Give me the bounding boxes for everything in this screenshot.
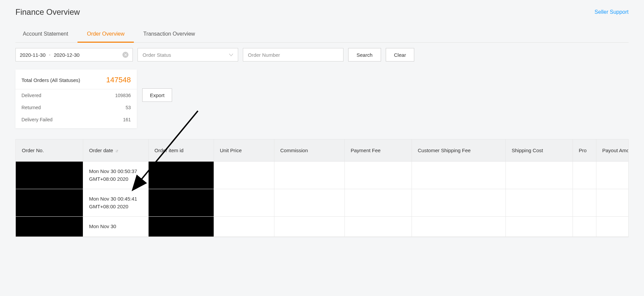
cell-payment-fee — [344, 217, 412, 237]
tabs: Account Statement Order Overview Transac… — [15, 26, 629, 43]
order-status-placeholder: Order Status — [143, 52, 171, 58]
stat-delivered-value: 109836 — [115, 93, 131, 98]
cell-payout-amount — [596, 217, 629, 237]
cell-commission — [274, 189, 344, 217]
date-dash: - — [49, 52, 51, 57]
tab-order-overview[interactable]: Order Overview — [77, 26, 134, 43]
cell-customer-shipping-fee — [412, 217, 505, 237]
cell-customer-shipping-fee — [412, 162, 505, 189]
cell-payout-amount — [596, 162, 629, 189]
th-promo[interactable]: Pro — [573, 139, 596, 162]
cell-shipping-cost — [505, 189, 573, 217]
cell-unit-price — [214, 189, 274, 217]
th-shipping-cost[interactable]: Shipping Cost — [505, 139, 573, 162]
clear-button[interactable]: Clear — [386, 48, 415, 61]
total-orders-value: 147548 — [106, 76, 131, 84]
cell-order-date: Mon Nov 30 — [83, 217, 148, 237]
page-title: Finance Overview — [15, 7, 80, 17]
th-customer-shipping-fee[interactable]: Customer Shipping Fee — [412, 139, 505, 162]
tab-transaction-overview[interactable]: Transaction Overview — [134, 26, 204, 43]
clear-date-icon[interactable]: ✕ — [122, 52, 128, 58]
cell-order-no-redacted — [16, 162, 83, 189]
date-from: 2020-11-30 — [20, 52, 46, 58]
stat-delivery-failed-value: 161 — [123, 117, 131, 122]
sort-icon: ↓↑ — [115, 149, 118, 153]
order-status-select[interactable]: Order Status — [138, 48, 238, 61]
cell-order-item-id-redacted — [148, 162, 214, 189]
table-row: Mon Nov 30 00:50:37 GMT+08:00 2020 — [16, 162, 629, 189]
th-order-date-label: Order date — [89, 147, 113, 153]
export-button[interactable]: Export — [142, 88, 172, 102]
th-payout-amount[interactable]: Payout Amount — [596, 139, 629, 162]
cell-payment-fee — [344, 189, 412, 217]
cell-promo — [573, 217, 596, 237]
stat-delivered-label: Delivered — [21, 93, 41, 98]
cell-order-date: Mon Nov 30 00:45:41 GMT+08:00 2020 — [83, 189, 148, 217]
cell-commission — [274, 162, 344, 189]
table-row: Mon Nov 30 00:45:41 GMT+08:00 2020 — [16, 189, 629, 217]
total-orders-label: Total Orders (All Statuses) — [21, 77, 80, 83]
cell-order-item-id-redacted — [148, 217, 214, 237]
cell-payment-fee — [344, 162, 412, 189]
cell-customer-shipping-fee — [412, 189, 505, 217]
cell-unit-price — [214, 162, 274, 189]
cell-order-no-redacted — [16, 217, 83, 237]
order-number-input[interactable] — [243, 48, 343, 61]
th-commission[interactable]: Commission — [274, 139, 344, 162]
date-to: 2020-12-30 — [54, 52, 79, 58]
th-order-no[interactable]: Order No. — [16, 139, 83, 162]
date-range-picker[interactable]: 2020-11-30 - 2020-12-30 ✕ — [15, 48, 133, 61]
cell-order-item-id-redacted — [148, 189, 214, 217]
cell-order-date: Mon Nov 30 00:50:37 GMT+08:00 2020 — [83, 162, 148, 189]
table-row: Mon Nov 30 — [16, 217, 629, 237]
cell-shipping-cost — [505, 162, 573, 189]
cell-unit-price — [214, 217, 274, 237]
stat-delivery-failed-label: Delivery Failed — [21, 117, 53, 122]
stat-returned-label: Returned — [21, 105, 41, 110]
cell-commission — [274, 217, 344, 237]
cell-promo — [573, 189, 596, 217]
th-payment-fee[interactable]: Payment Fee — [344, 139, 412, 162]
stats-card: Total Orders (All Statuses) 147548 Deliv… — [15, 70, 137, 128]
th-order-item-id[interactable]: Order item id — [148, 139, 214, 162]
th-order-date[interactable]: Order date ↓↑ — [83, 139, 148, 162]
seller-support-link[interactable]: Seller Support — [595, 9, 629, 15]
cell-shipping-cost — [505, 217, 573, 237]
stat-returned-value: 53 — [125, 105, 131, 110]
chevron-down-icon — [229, 54, 233, 56]
tab-account-statement[interactable]: Account Statement — [15, 26, 77, 43]
cell-promo — [573, 162, 596, 189]
cell-order-no-redacted — [16, 189, 83, 217]
th-unit-price[interactable]: Unit Price — [214, 139, 274, 162]
cell-payout-amount — [596, 189, 629, 217]
search-button[interactable]: Search — [348, 48, 381, 61]
orders-table: Order No. Order date ↓↑ Order item id Un… — [15, 139, 629, 237]
